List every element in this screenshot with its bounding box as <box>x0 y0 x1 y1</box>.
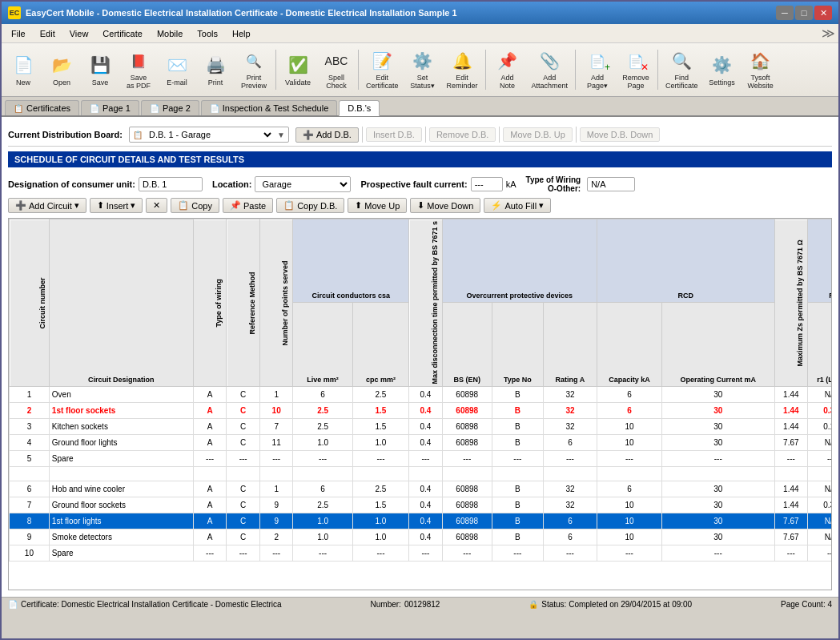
add-circuit-icon: ➕ <box>15 200 26 211</box>
tab-certificates[interactable]: 📋 Certificates <box>5 100 79 115</box>
table-row[interactable]: 3Kitchen socketsAC72.51.50.460898B321030… <box>10 418 833 434</box>
tysoft-website-label: Tysoft Website <box>747 74 773 91</box>
validate-button[interactable]: ✅ Validate <box>279 46 316 93</box>
close-button[interactable]: ✕ <box>814 6 832 20</box>
toolbar-sep-3 <box>485 50 486 90</box>
col-group-csa: Circuit conductors csa <box>293 219 409 303</box>
email-button[interactable]: ✉️ E-mail <box>159 46 195 93</box>
menu-help[interactable]: Help <box>226 27 257 40</box>
page-count-item: Page Count: 4 <box>781 600 832 609</box>
table-row[interactable] <box>10 466 833 481</box>
edit-certificate-button[interactable]: 📝 Edit Certificate <box>362 46 403 93</box>
spell-check-button[interactable]: ABC Spell Check <box>318 46 355 93</box>
col-live: Live mm² <box>293 303 352 386</box>
col-typeno: Type No <box>492 303 543 386</box>
maximize-button[interactable]: □ <box>795 6 813 20</box>
table-row[interactable]: 5Spare----------------------------------… <box>10 450 833 466</box>
add-page-button[interactable]: 📄+ Add Page▾ <box>579 46 616 93</box>
tab-page1[interactable]: 📄 Page 1 <box>81 100 139 115</box>
certificates-tab-label: Certificates <box>26 103 70 113</box>
copy-button[interactable]: 📋 Copy <box>171 198 219 213</box>
print-icon: 🖨️ <box>203 52 228 78</box>
find-certificate-button[interactable]: 🔍 Find Certificate <box>661 46 702 93</box>
save-button[interactable]: 💾 Save <box>82 46 119 93</box>
menu-tools[interactable]: Tools <box>191 27 224 40</box>
fault-input[interactable] <box>471 177 503 191</box>
db-select-wrap[interactable]: 📋 D.B. 1 - Garage ▼ <box>129 127 289 143</box>
remove-page-button[interactable]: 📄✕ Remove Page <box>617 46 654 93</box>
menu-view[interactable]: View <box>63 27 95 40</box>
add-attachment-button[interactable]: 📎 Add Attachment <box>528 46 573 93</box>
tab-bar: 📋 Certificates 📄 Page 1 📄 Page 2 📄 Inspe… <box>2 97 838 117</box>
edit-reminder-icon: 🔔 <box>449 49 475 73</box>
save-as-pdf-label: Save as PDF <box>127 74 151 91</box>
menu-mobile[interactable]: Mobile <box>151 27 189 40</box>
wiring-label: Type of Wiring <box>526 175 581 184</box>
menu-edit[interactable]: Edit <box>34 27 62 40</box>
menu-file[interactable]: File <box>5 27 32 40</box>
page2-tab-label: Page 2 <box>163 103 191 113</box>
add-note-button[interactable]: 📌 Add Note <box>489 46 526 93</box>
paste-icon: 📌 <box>230 200 241 211</box>
table-row[interactable]: 1OvenAC162.50.460898B326301.44N/A <box>10 386 833 402</box>
print-preview-button[interactable]: 🔍 Print Preview <box>235 46 272 93</box>
completion-status-item: 🔒 Status: Completed on 29/04/2015 at 09:… <box>529 600 692 609</box>
number-status-item: Number: 00129812 <box>371 600 440 609</box>
db-sep-2 <box>425 127 426 143</box>
certificate-status-icon: 📄 <box>8 600 18 609</box>
save-as-pdf-button[interactable]: 📕 Save as PDF <box>120 46 157 93</box>
insert-button[interactable]: ⬆ Insert ▾ <box>90 198 143 213</box>
app-icon: EC <box>8 6 21 19</box>
wiring-input[interactable] <box>587 177 635 191</box>
wiring-item: Type of Wiring O-Other: <box>526 175 636 193</box>
location-select[interactable]: Garage <box>255 176 351 192</box>
print-button[interactable]: 🖨️ Print <box>197 46 234 93</box>
add-db-label: Add D.B. <box>316 130 352 139</box>
tab-dbs[interactable]: D.B.'s <box>339 100 380 116</box>
minimize-button[interactable]: ─ <box>776 6 794 20</box>
number-label: Number: <box>371 600 401 609</box>
table-row[interactable]: 21st floor socketsAC102.51.50.460898B326… <box>10 402 833 418</box>
set-status-button[interactable]: ⚙️ Set Status▾ <box>404 46 441 93</box>
add-db-button[interactable]: ➕ Add D.B. <box>295 127 359 143</box>
status-text: Status: Completed on 29/04/2015 at 09:00 <box>541 600 692 609</box>
db-sep-3 <box>499 127 500 143</box>
add-circuit-button[interactable]: ➕ Add Circuit ▾ <box>8 198 86 213</box>
expand-icon[interactable]: ≫ <box>822 26 835 41</box>
edit-reminder-button[interactable]: 🔔 Edit Reminder <box>443 46 482 93</box>
table-row[interactable]: 10Spare---------------------------------… <box>10 545 833 561</box>
auto-fill-button[interactable]: ⚡ Auto Fill ▾ <box>484 198 551 213</box>
settings-button[interactable]: ⚙️ Settings <box>704 46 741 93</box>
new-button[interactable]: 📄 New <box>5 46 42 93</box>
tysoft-website-button[interactable]: 🏠 Tysoft Website <box>742 46 779 93</box>
db-bar: Current Distribution Board: 📋 D.B. 1 - G… <box>8 123 832 147</box>
table-row[interactable]: 6Hob and wine coolerAC162.50.460898B3263… <box>10 481 833 497</box>
col-designation: Circuit Designation <box>49 219 193 387</box>
db-select-icon: 📋 <box>133 131 143 139</box>
add-page-icon: 📄+ <box>585 49 610 73</box>
copy-db-button[interactable]: 📋 Copy D.B. <box>276 198 344 213</box>
open-button[interactable]: 📂 Open <box>43 46 80 93</box>
remove-db-label: Remove D.B. <box>436 130 488 139</box>
delete-button[interactable]: ✕ <box>146 198 167 213</box>
table-row[interactable]: 4Ground floor lightsAC111.01.00.460898B6… <box>10 434 833 450</box>
table-row[interactable]: 7Ground floor socketsAC92.51.50.460898B3… <box>10 497 833 513</box>
move-db-up-button: Move D.B. Up <box>503 127 572 142</box>
paste-button[interactable]: 📌 Paste <box>223 198 273 213</box>
tab-page2[interactable]: 📄 Page 2 <box>141 100 199 115</box>
circuit-table-wrapper[interactable]: Circuit number Circuit Designation Type … <box>8 218 832 590</box>
tab-inspection[interactable]: 📄 Inspection & Test Schedule <box>201 100 338 115</box>
menu-certificate[interactable]: Certificate <box>96 27 149 40</box>
col-maxzs: Maximum Zs permitted by BS 7671 Ω <box>774 219 808 387</box>
designation-input[interactable] <box>139 177 203 191</box>
col-circuit-number: Circuit number <box>10 219 50 387</box>
add-attachment-icon: 📎 <box>537 49 562 73</box>
table-row[interactable]: 9Smoke detectorsAC21.01.00.460898B610307… <box>10 529 833 545</box>
move-up-button[interactable]: ⬆ Move Up <box>348 198 407 213</box>
table-row[interactable]: 81st floor lightsAC91.01.00.460898B61030… <box>10 513 833 529</box>
location-label: Location: <box>212 179 252 189</box>
col-group-ring: Ring (meas <box>808 219 832 303</box>
db-select[interactable]: D.B. 1 - Garage <box>146 129 274 140</box>
move-down-button[interactable]: ⬇ Move Down <box>410 198 480 213</box>
move-down-icon: ⬇ <box>417 200 424 211</box>
